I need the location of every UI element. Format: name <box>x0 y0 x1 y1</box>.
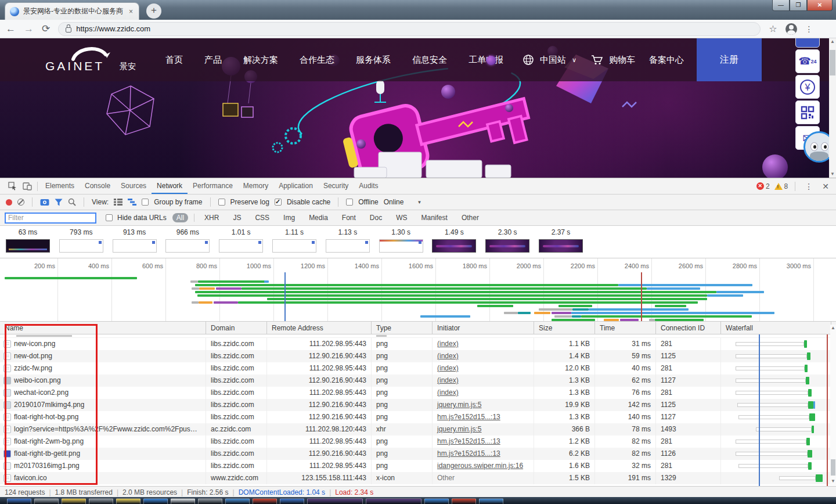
devtools-tab-memory[interactable]: Memory <box>238 178 273 194</box>
warning-badge[interactable]: 8 <box>774 182 788 190</box>
filter-type-ws[interactable]: WS <box>392 213 411 222</box>
page-scrollbar[interactable]: ▲ ▼ <box>829 38 836 178</box>
request-initiator[interactable]: Other <box>433 472 534 484</box>
filmstrip-frame[interactable]: 1.01 s <box>214 228 268 253</box>
request-name-cell[interactable]: login?service=https%3A%2F%2Fwww.zzidc.co… <box>0 423 206 435</box>
scroll-up-icon[interactable]: ▲ <box>830 325 836 332</box>
taskbar-icon[interactable] <box>424 498 449 504</box>
request-initiator[interactable]: hm.js?e152d15...:13 <box>433 411 534 423</box>
group-by-frame-label[interactable]: Group by frame <box>154 198 202 206</box>
tab-close-icon[interactable]: × <box>128 8 134 16</box>
search-icon[interactable] <box>68 198 76 206</box>
request-name[interactable]: weibo-icon.png <box>14 375 61 387</box>
filmstrip-thumbnail[interactable] <box>379 239 423 253</box>
bookmark-star-icon[interactable]: ☆ <box>769 23 777 34</box>
hide-data-urls-label[interactable]: Hide data URLs <box>117 214 167 222</box>
taskbar-icon[interactable] <box>62 498 86 504</box>
request-name-cell[interactable]: 20190107mlkimg4.png <box>0 399 206 411</box>
taskbar-icon[interactable] <box>280 498 304 504</box>
request-name-cell[interactable]: m20170316img1.png <box>0 460 206 472</box>
close-button[interactable]: ✕ <box>807 0 833 11</box>
devtools-menu-icon[interactable]: ⋮ <box>802 182 815 191</box>
scroll-down-icon[interactable]: ▼ <box>829 171 836 178</box>
taskbar-icon[interactable] <box>307 498 363 504</box>
request-initiator[interactable]: hm.js?e152d15...:13 <box>433 435 534 448</box>
filmstrip-frame[interactable]: 966 ms <box>161 228 214 253</box>
column-header-waterfall[interactable]: Waterfall <box>721 322 831 334</box>
page-scrollbar-thumb[interactable] <box>830 50 835 75</box>
cart-link[interactable]: 购物车 <box>609 55 635 66</box>
table-row[interactable]: zzidc-fw.pnglibs.zzidc.com111.202.98.95:… <box>0 362 836 375</box>
column-header-remote-address[interactable]: Remote Address <box>267 322 372 334</box>
clear-icon[interactable] <box>17 199 24 206</box>
initiator-link[interactable]: jquery.min.js:5 <box>437 401 481 409</box>
initiator-link[interactable]: hm.js?e152d15...:13 <box>437 449 500 458</box>
filter-type-js[interactable]: JS <box>229 213 245 222</box>
request-name[interactable]: float-right-tb-getit.png <box>14 448 80 460</box>
table-row[interactable]: float-right-2wm-bg.pnglibs.zzidc.com111.… <box>0 435 836 448</box>
table-scrollbar[interactable]: ▲ ▼ <box>830 325 836 485</box>
forward-icon[interactable]: → <box>24 24 34 34</box>
table-row[interactable]: float-right-tb-getit.pnglibs.zzidc.com11… <box>0 448 836 460</box>
filmstrip-camera-icon[interactable] <box>40 199 49 206</box>
site-nav-item[interactable]: 服务体系 <box>356 55 391 66</box>
request-name[interactable]: new-icon.png <box>14 338 55 350</box>
devtools-tab-sources[interactable]: Sources <box>116 178 152 194</box>
filter-type-manifest[interactable]: Manifest <box>417 213 452 222</box>
site-nav-item[interactable]: 产品 <box>204 55 222 66</box>
yuan-icon[interactable]: ¥ <box>795 75 820 99</box>
request-name[interactable]: wechat-icon2.png <box>14 387 69 399</box>
view-waterfall-icon[interactable] <box>128 199 136 206</box>
request-name-cell[interactable]: weibo-icon.png <box>0 375 206 387</box>
initiator-link[interactable]: idangerous.swiper.min.js:16 <box>437 462 523 470</box>
initiator-link[interactable]: (index) <box>437 352 459 360</box>
filmstrip-thumbnail[interactable] <box>485 239 529 253</box>
request-name-cell[interactable]: favicon.ico <box>0 472 206 484</box>
filmstrip-thumbnail[interactable] <box>272 239 316 253</box>
column-header-connection-id[interactable]: Connection ID <box>656 322 721 334</box>
preserve-log-label[interactable]: Preserve log <box>230 198 269 206</box>
view-grid-icon[interactable] <box>114 199 122 206</box>
address-bar[interactable]: https://www.zzidc.com <box>58 22 761 36</box>
url-text[interactable]: https://www.zzidc.com <box>76 24 150 33</box>
disable-cache-checkbox[interactable] <box>275 199 282 206</box>
request-name[interactable]: zzidc-fw.png <box>14 362 52 375</box>
column-header-name[interactable]: Name <box>0 322 206 334</box>
request-name-cell[interactable]: float-right-hot-bg.png <box>0 411 206 423</box>
profile-avatar-icon[interactable] <box>785 23 797 35</box>
new-tab-button[interactable]: + <box>146 3 161 19</box>
request-initiator[interactable]: hm.js?e152d15...:13 <box>433 448 534 460</box>
table-row[interactable]: new-icon.pnglibs.zzidc.com111.202.98.95:… <box>0 338 836 350</box>
filmstrip-thumbnail[interactable] <box>326 239 370 253</box>
initiator-link[interactable]: jquery.min.js:5 <box>437 425 481 433</box>
request-name[interactable]: new-dot.png <box>14 350 52 362</box>
column-header-domain[interactable]: Domain <box>206 322 267 334</box>
filter-type-img[interactable]: Img <box>279 213 299 222</box>
scroll-down-icon[interactable]: ▼ <box>830 478 836 485</box>
taskbar-icon[interactable] <box>198 498 222 504</box>
filmstrip-thumbnail[interactable] <box>432 239 476 253</box>
request-name-cell[interactable]: zzidc-fw.png <box>0 362 206 375</box>
request-name-cell[interactable]: wechat-icon2.png <box>0 387 206 399</box>
disable-cache-label[interactable]: Disable cache <box>287 198 330 206</box>
request-initiator[interactable]: (index) <box>433 387 534 399</box>
offline-checkbox[interactable] <box>346 199 353 206</box>
request-initiator[interactable]: (index) <box>433 375 534 387</box>
devtools-tab-console[interactable]: Console <box>80 178 116 194</box>
taskbar-icon[interactable] <box>225 498 250 504</box>
filter-type-all[interactable]: All <box>172 213 188 222</box>
taskbar-icon[interactable] <box>89 498 113 504</box>
column-header-type[interactable]: Type <box>372 322 433 334</box>
locale-selector[interactable]: 中国站 <box>540 55 566 66</box>
filmstrip-frame[interactable]: 1.13 s <box>321 228 374 253</box>
hide-data-urls-checkbox[interactable] <box>106 214 113 221</box>
cart-icon[interactable] <box>590 54 603 66</box>
request-initiator[interactable]: (index) <box>433 338 534 350</box>
filmstrip-frame[interactable]: 63 ms <box>1 228 55 253</box>
group-by-frame-checkbox[interactable] <box>142 199 149 206</box>
filter-type-xhr[interactable]: XHR <box>200 213 223 222</box>
initiator-link[interactable]: (index) <box>437 388 459 397</box>
taskbar-icon[interactable] <box>34 498 59 504</box>
globe-icon[interactable] <box>522 54 534 66</box>
devtools-tab-elements[interactable]: Elements <box>40 178 80 194</box>
